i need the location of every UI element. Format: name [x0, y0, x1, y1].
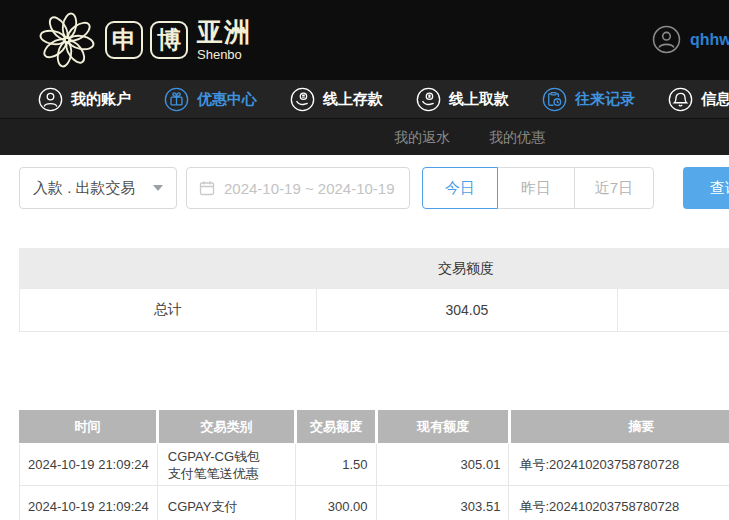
cell-amount: 300.00: [295, 486, 376, 520]
main-nav: 我的账户 优惠中心 线上存款: [0, 80, 729, 118]
chevron-down-icon: [153, 185, 163, 191]
brand-char-shen: 申: [105, 21, 143, 59]
table-row: 2024-10-19 21:09:24 CGPAY-CG钱包 支付笔笔送优惠 1…: [19, 444, 729, 486]
nav-label: 线上取款: [449, 90, 509, 109]
nav-item-messages[interactable]: 信息: [668, 87, 729, 112]
quick-range-today-button[interactable]: 今日: [422, 167, 498, 209]
nav-item-my-account[interactable]: 我的账户: [38, 87, 131, 112]
col-header-type: 交易类别: [156, 410, 294, 443]
subnav-item-my-rebate[interactable]: 我的返水: [394, 129, 450, 147]
cell-time: 2024-10-19 21:09:24: [20, 486, 157, 520]
nav-label: 信息: [701, 90, 729, 109]
cell-type: CGPAY-CG钱包 支付笔笔送优惠: [157, 444, 295, 485]
nav-label: 往来记录: [575, 90, 635, 109]
top-header: 申 博 亚洲 Shenbo qhhw2: [0, 0, 729, 80]
records-icon: [542, 87, 567, 112]
cell-summary: 单号:202410203758780728: [508, 486, 729, 520]
transactions-header-row: 时间 交易类别 交易额度 现有额度 摘要: [19, 410, 729, 443]
nav-item-promo-center[interactable]: 优惠中心: [164, 87, 257, 112]
col-header-amount: 交易额度: [294, 410, 375, 443]
account-icon: [38, 87, 63, 112]
brand-logo[interactable]: 申 博 亚洲 Shenbo: [36, 9, 251, 71]
bell-icon: [668, 87, 693, 112]
col-header-time: 时间: [19, 410, 156, 443]
nav-label: 我的账户: [71, 90, 131, 109]
user-avatar-icon: [652, 25, 681, 54]
summary-table: 交易额度 总计 304.05: [19, 248, 729, 332]
table-row: 2024-10-19 21:09:24 CGPAY支付 300.00 303.5…: [19, 486, 729, 520]
cell-balance: 303.51: [376, 486, 509, 520]
withdraw-icon: [416, 87, 441, 112]
brand-wordmark: 亚洲 Shenbo: [197, 19, 251, 61]
summary-empty-cell: [617, 289, 729, 331]
user-box[interactable]: qhhw2: [652, 25, 729, 54]
transactions-table: 时间 交易类别 交易额度 现有额度 摘要 2024-10-19 21:09:24…: [19, 410, 729, 520]
summary-total-value: 304.05: [316, 289, 618, 331]
page: 申 博 亚洲 Shenbo qhhw2 我的账户: [0, 0, 729, 520]
nav-label: 优惠中心: [197, 90, 257, 109]
quick-range-7days-button[interactable]: 近7日: [574, 167, 654, 209]
cell-type: CGPAY支付: [157, 486, 295, 520]
summary-total-row: 总计 304.05: [19, 289, 729, 332]
col-header-balance: 现有额度: [375, 410, 508, 443]
search-button[interactable]: 查询: [683, 167, 729, 209]
sub-nav: 我的返水 我的优惠: [0, 118, 729, 155]
col-header-summary: 摘要: [508, 410, 729, 443]
summary-header-label: 交易额度: [315, 248, 617, 289]
date-range-input[interactable]: 2024-10-19 ~ 2024-10-19: [186, 167, 410, 209]
brand-latin: Shenbo: [197, 48, 251, 61]
nav-item-online-deposit[interactable]: 线上存款: [290, 87, 383, 112]
date-range-value: 2024-10-19 ~ 2024-10-19: [224, 180, 395, 197]
brand-region: 亚洲: [197, 19, 251, 45]
nav-item-transaction-records[interactable]: 往来记录: [542, 87, 635, 112]
subnav-item-my-promos[interactable]: 我的优惠: [489, 129, 545, 147]
gift-icon: [164, 87, 189, 112]
transaction-type-value: 入款 . 出款交易: [33, 179, 136, 198]
quick-range-yesterday-button[interactable]: 昨日: [497, 167, 575, 209]
brand-char-bo: 博: [150, 21, 188, 59]
nav-item-online-withdraw[interactable]: 线上取款: [416, 87, 509, 112]
summary-total-label: 总计: [20, 289, 316, 331]
quick-range-group: 今日 昨日 近7日: [422, 167, 654, 209]
cell-summary: 单号:202410203758780728: [508, 444, 729, 485]
transaction-type-select[interactable]: 入款 . 出款交易: [19, 167, 177, 209]
calendar-icon: [199, 180, 215, 196]
cell-time: 2024-10-19 21:09:24: [20, 444, 157, 485]
flower-logo-icon: [36, 9, 98, 71]
nav-label: 线上存款: [323, 90, 383, 109]
deposit-icon: [290, 87, 315, 112]
cell-balance: 305.01: [376, 444, 509, 485]
cell-amount: 1.50: [295, 444, 376, 485]
summary-table-header: 交易额度: [19, 248, 729, 289]
username-label[interactable]: qhhw2: [690, 31, 729, 49]
